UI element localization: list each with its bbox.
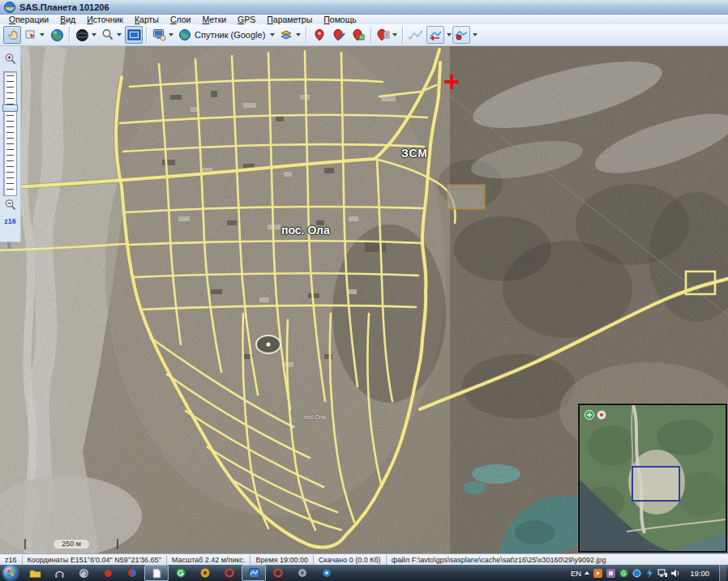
- layers-icon: [280, 29, 293, 41]
- menu-bar: Операции Вид Источник Карты Слои Метки G…: [0, 15, 728, 24]
- fullscreen-button[interactable]: [125, 26, 143, 44]
- app-window: SAS.Планета 101206 Операции Вид Источник…: [0, 0, 728, 581]
- menu-placemarks[interactable]: Метки: [196, 15, 232, 24]
- minimap[interactable]: [577, 403, 728, 553]
- add-polygon-button[interactable]: [349, 26, 367, 44]
- minimap-viewport-rect[interactable]: [632, 467, 679, 501]
- zoom-slider-ticks: [6, 75, 14, 192]
- download-manager-button[interactable]: [151, 26, 175, 44]
- taskbar-app-document[interactable]: [144, 565, 169, 581]
- taskbar-app-redblue[interactable]: [120, 565, 144, 581]
- nav-route-button[interactable]: [407, 26, 425, 44]
- add-placemark-button[interactable]: [310, 26, 328, 44]
- zoom-tool-button[interactable]: [100, 26, 123, 44]
- taskbar-app-gray[interactable]: [290, 565, 315, 581]
- menu-maps[interactable]: Карты: [129, 15, 165, 24]
- map-window-icon: [249, 568, 259, 578]
- tray-green-icon[interactable]: [619, 568, 628, 578]
- next-position-button[interactable]: [452, 26, 470, 44]
- selected-building-outline: [448, 185, 485, 209]
- satellite-source-icon: [178, 28, 191, 41]
- taskbar-app-green[interactable]: [169, 565, 193, 581]
- map-label-settlement-small: пос.Ола: [304, 414, 325, 420]
- taskbar-app-opera2[interactable]: [266, 565, 290, 581]
- placemark-list-icon: [377, 28, 390, 41]
- menu-source[interactable]: Источник: [81, 15, 129, 24]
- toolbar-separator: [306, 27, 307, 43]
- taskbar-app-red[interactable]: [96, 565, 120, 581]
- taskbar: EN 19:00: [0, 565, 728, 581]
- zoom-out-button[interactable]: [2, 198, 19, 212]
- map-canvas[interactable]: ЗСМ пос. Ола пос.Ола 250 м: [0, 46, 728, 553]
- title-bar[interactable]: SAS.Планета 101206: [0, 0, 728, 15]
- document-icon: [152, 568, 161, 579]
- placemark-path-icon: [333, 28, 345, 41]
- language-indicator[interactable]: EN: [571, 569, 581, 578]
- menu-settings[interactable]: Параметры: [261, 15, 318, 24]
- chevron-down-icon: [40, 33, 45, 36]
- map-source-combo[interactable]: Спутник (Google): [177, 26, 276, 44]
- zoom-panel: z16: [0, 46, 21, 242]
- minimap-layers-button[interactable]: [597, 411, 606, 420]
- placemark-polygon-icon: [353, 28, 365, 41]
- menu-layers[interactable]: Слои: [165, 15, 197, 24]
- tray-play-icon[interactable]: [593, 568, 602, 578]
- toolbar-separator: [370, 27, 372, 43]
- window-title: SAS.Планета 101206: [19, 2, 109, 12]
- placemark-manager-button[interactable]: [375, 26, 399, 44]
- taskbar-app-opera[interactable]: [217, 565, 242, 581]
- zoom-in-button[interactable]: [2, 52, 19, 66]
- start-button[interactable]: [3, 566, 18, 580]
- chevron-down-icon[interactable]: [447, 33, 452, 36]
- menu-help[interactable]: Помощь: [318, 15, 362, 24]
- tray-bolt-icon[interactable]: [644, 568, 654, 578]
- taskbar-app-media[interactable]: [47, 565, 71, 581]
- taskbar-app-amber[interactable]: [193, 565, 217, 581]
- add-path-button[interactable]: [330, 26, 348, 44]
- layers-button[interactable]: [278, 26, 302, 44]
- globe-view-button[interactable]: [48, 26, 66, 44]
- tray-purple-icon[interactable]: [606, 568, 615, 578]
- taskbar-app-blue[interactable]: [315, 565, 339, 581]
- toolbar-separator: [402, 27, 404, 43]
- taskbar-clock[interactable]: 19:00: [683, 569, 716, 578]
- zoom-slider[interactable]: [3, 71, 17, 196]
- monitor-icon: [152, 28, 166, 41]
- select-region-icon: [24, 28, 37, 41]
- show-hidden-icons-button[interactable]: [585, 571, 589, 575]
- speaker-icon[interactable]: [670, 568, 680, 578]
- status-zoom: z16: [3, 555, 22, 565]
- taskbar-app-explorer[interactable]: [23, 565, 47, 581]
- map-label-settlement: пос. Ола: [281, 224, 330, 237]
- show-desktop-button[interactable]: [719, 565, 726, 581]
- taskbar-app-swirl[interactable]: [71, 565, 96, 581]
- red-blue-app-icon: [127, 568, 137, 578]
- main-toolbar: Спутник (Google): [0, 24, 728, 46]
- red-app-icon: [104, 569, 113, 578]
- status-scale: Масштаб 2.42 м/пикс.: [166, 555, 251, 565]
- status-bar: z16 Координаты E151°6'0.04" N59°21'36.65…: [0, 553, 728, 565]
- scale-bar-label: 250 м: [54, 540, 89, 549]
- chevron-down-icon: [92, 33, 96, 36]
- network-icon[interactable]: [657, 568, 667, 578]
- menu-view[interactable]: Вид: [54, 15, 81, 24]
- select-tool-button[interactable]: [23, 26, 46, 44]
- status-file-path: файл F:\avto\gps\sasplane\cache\sat\z16\…: [386, 555, 611, 565]
- minimap-globe-button[interactable]: [585, 411, 594, 420]
- tray-blue-circle-icon[interactable]: [632, 568, 641, 578]
- route-forward-icon: [454, 29, 469, 41]
- app-logo-icon: [4, 2, 15, 13]
- blue-app-icon: [322, 568, 332, 578]
- gray-app-icon: [298, 568, 307, 578]
- map-mode-button[interactable]: [74, 26, 98, 44]
- map-source-label: Спутник (Google): [195, 30, 265, 40]
- taskbar-app-sasplanet[interactable]: [242, 565, 266, 581]
- minimap-image: [580, 405, 726, 551]
- menu-gps[interactable]: GPS: [232, 15, 261, 24]
- dark-globe-icon: [75, 28, 89, 42]
- zoom-slider-thumb[interactable]: [2, 105, 18, 112]
- chevron-down-icon[interactable]: [473, 33, 477, 36]
- prev-position-button[interactable]: [426, 26, 444, 44]
- menu-operations[interactable]: Операции: [3, 15, 54, 24]
- pan-tool-button[interactable]: [3, 26, 21, 44]
